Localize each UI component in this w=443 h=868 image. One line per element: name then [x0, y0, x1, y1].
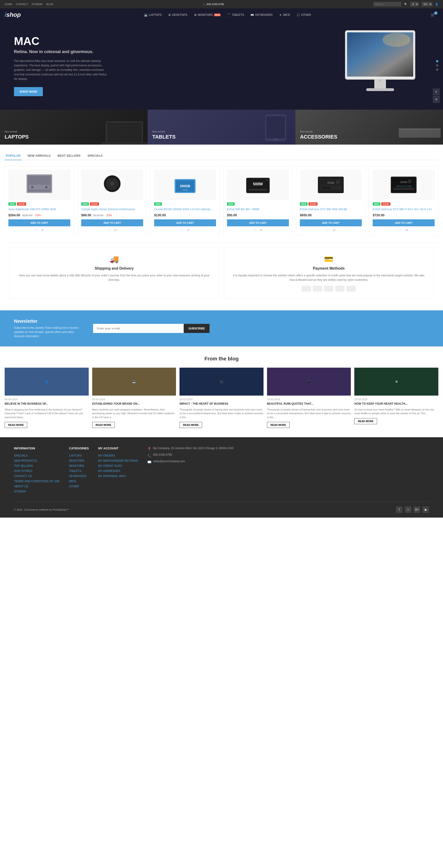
read-more-1[interactable]: READ MORE [5, 422, 27, 428]
newsletter-email-input[interactable] [93, 324, 184, 333]
nav-item-tablets[interactable]: 📱 TABLETS [224, 10, 247, 20]
sitemap-link[interactable]: SITEMAP [31, 3, 42, 6]
compare-btn-2[interactable]: ⇄ [114, 228, 117, 232]
footer-info-contact: CONTACT US [14, 474, 60, 478]
footer-cat-mice[interactable]: MICE [69, 479, 76, 483]
footer-link-specials[interactable]: SPECIALS [14, 454, 28, 457]
wishlist-btn-1[interactable]: ♡ [35, 228, 38, 232]
category-banner-laptops[interactable]: New arrivals LAPTOPS [0, 110, 148, 145]
wishlist-btn-4[interactable]: ♡ [253, 228, 256, 232]
compare-btn-3[interactable]: ⇄ [187, 228, 190, 232]
compare-btn-4[interactable]: ⇄ [260, 228, 262, 232]
contact-link[interactable]: CONTACT [16, 3, 28, 6]
nav-item-laptops[interactable]: 💻 LAPTOPS [141, 10, 165, 20]
phone-icon: 📞 [203, 3, 206, 6]
facebook-button[interactable]: f [396, 506, 403, 513]
footer-cat-desktops[interactable]: DESKTOPS [69, 459, 84, 462]
youtube-button[interactable]: ▶ [422, 506, 429, 513]
read-more-2[interactable]: READ MORE [92, 422, 115, 428]
nav-link-other[interactable]: 🎧 OTHER [293, 10, 314, 20]
footer-link-about[interactable]: ABOUT US [14, 485, 28, 488]
footer-link-sitemap[interactable]: SITEMAP [14, 490, 26, 493]
nav-link-tablets[interactable]: 📱 TABLETS [224, 10, 247, 20]
footer-link-terms[interactable]: TERMS AND CONDITIONS OF USE [14, 479, 60, 483]
tab-specials[interactable]: SPECIALS [86, 152, 104, 160]
footer-link-stores[interactable]: OUR STORES [14, 469, 32, 473]
footer-cat-monitors[interactable]: MONITORS [69, 464, 84, 468]
monitors-badge: NEW [214, 13, 221, 16]
footer-addresses[interactable]: MY ADDRESSES [98, 469, 120, 473]
add-to-cart-1[interactable]: ADD TO CART [8, 219, 70, 226]
twitter-button[interactable]: t [405, 506, 411, 513]
footer-link-contact[interactable]: CONTACT US [14, 474, 32, 478]
hero-next-button[interactable]: N [433, 96, 440, 103]
googleplus-button[interactable]: G+ [414, 506, 420, 513]
add-to-cart-4[interactable]: ADD TO CART [227, 219, 289, 226]
nav-link-mice[interactable]: 🖱 MICE [276, 10, 293, 20]
nav-item-other[interactable]: 🎧 OTHER [293, 10, 314, 20]
footer-credit[interactable]: MY CREDIT SLIPS [98, 464, 122, 468]
price-discount-2: -20% [105, 214, 112, 217]
add-to-cart-2[interactable]: ADD TO CART [81, 219, 143, 226]
nav-item-keyboards[interactable]: ⌨️ KEYBOARDS [247, 10, 276, 20]
footer-link-top[interactable]: TOP SELLERS [14, 464, 33, 468]
search-icon[interactable]: 🔍 [404, 3, 407, 6]
add-to-cart-3[interactable]: ADD TO CART [154, 219, 216, 226]
wishlist-btn-5[interactable]: ♡ [326, 228, 329, 232]
nav-link-keyboards[interactable]: ⌨️ KEYBOARDS [247, 10, 276, 20]
tab-new-arrivals[interactable]: NEW ARRIVALS [27, 152, 52, 160]
hero-dot-1[interactable] [436, 60, 438, 62]
footer-info-top: TOP SELLERS [14, 464, 60, 468]
read-more-5[interactable]: READ MORE [354, 418, 377, 424]
category-banner-accessories[interactable]: New arrivals ACCESSORIES [295, 110, 443, 145]
footer-returns[interactable]: MY MERCHANDISE RETURNS [98, 459, 138, 462]
cart-button[interactable]: 🛒 0 [428, 9, 438, 20]
blog-section: From the blog 👤 05-04-2016 BELIEVE IN TH… [0, 346, 443, 437]
compare-btn-5[interactable]: ⇄ [333, 228, 336, 232]
currency-select[interactable]: $ [410, 2, 419, 6]
footer-cat-laptops[interactable]: LAPTOPS [69, 454, 82, 457]
hero-prev-button[interactable]: P [433, 89, 440, 95]
footer-cat-other[interactable]: OTHER [69, 485, 79, 488]
nav-item-monitors[interactable]: 🖥 MONITORS NEW [191, 10, 224, 20]
product-price-5: $650.00 [300, 213, 362, 217]
hero-title: MAC [14, 35, 107, 48]
blog-link[interactable]: BLOG [46, 3, 54, 6]
wishlist-btn-2[interactable]: ♡ [107, 228, 110, 232]
read-more-3[interactable]: READ MORE [180, 422, 202, 428]
shop-now-button[interactable]: SHOP NOW! [14, 87, 43, 96]
add-to-cart-6[interactable]: ADD TO CART [373, 219, 435, 226]
footer-cat-tablets[interactable]: TABLETS [69, 469, 81, 473]
compare-btn-6[interactable]: ⇄ [406, 228, 408, 232]
wishlist-btn-3[interactable]: ♡ [181, 228, 184, 232]
nav-link-laptops[interactable]: 💻 LAPTOPS [141, 10, 165, 20]
hero-dot-2[interactable] [436, 64, 438, 67]
footer-orders[interactable]: MY ORDERS [98, 454, 115, 457]
svg-point-6 [379, 80, 381, 82]
add-to-cart-5[interactable]: ADD TO CART [300, 219, 362, 226]
footer-link-new[interactable]: NEW PRODUCTS [14, 459, 37, 462]
user-icon[interactable]: 👤 [435, 3, 438, 6]
newsletter-subscribe-button[interactable]: SUBSCRIBE [184, 324, 210, 333]
nav-item-desktops[interactable]: 🖥 DESKTOPS [165, 10, 190, 20]
wishlist-btn-6[interactable]: ♡ [399, 228, 402, 232]
footer-personal[interactable]: MY PERSONAL INFO [98, 474, 126, 478]
phone-icon: 📞 [147, 454, 151, 457]
product-price-2: $88.00 $110.00 -20% [81, 213, 143, 217]
logo[interactable]: ishop [5, 8, 28, 21]
compare-btn-1[interactable]: ⇄ [41, 228, 44, 232]
tab-popular[interactable]: POPULAR [5, 152, 22, 160]
badge-sale-2: SALE! [90, 202, 99, 206]
nav-link-monitors[interactable]: 🖥 MONITORS NEW [191, 10, 224, 20]
shipping-title: Shipping and Delivery [17, 266, 212, 271]
nav-link-desktops[interactable]: 🖥 DESKTOPS [165, 10, 190, 20]
footer-cat-keyboards[interactable]: KEYBOARDS [69, 474, 87, 478]
home-link[interactable]: HOME [5, 3, 12, 6]
hero-dot-3[interactable] [436, 68, 438, 71]
search-input[interactable] [373, 2, 401, 6]
language-select[interactable]: EN [421, 2, 432, 6]
read-more-4[interactable]: READ MORE [267, 422, 290, 428]
nav-item-mice[interactable]: 🖱 MICE [276, 10, 293, 20]
category-banner-tablets[interactable]: New arrivals TABLETS [148, 110, 295, 145]
tab-best-sellers[interactable]: BEST SELLERS [57, 152, 82, 160]
